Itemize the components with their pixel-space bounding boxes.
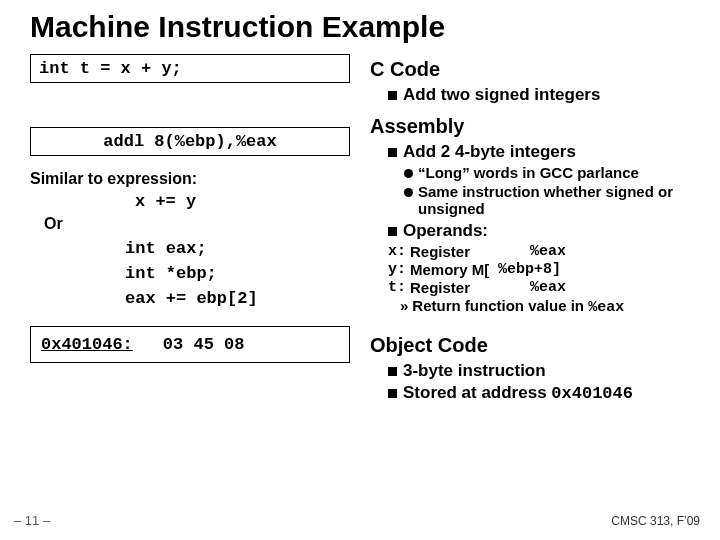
- square-bullet-icon: [388, 148, 397, 157]
- stmt-1: int eax;: [125, 239, 350, 258]
- square-bullet-icon: [388, 91, 397, 100]
- asm-code: addl 8(%ebp),%eax: [103, 132, 276, 151]
- op-t-lbl: t:: [388, 279, 410, 296]
- dot-bullet-icon: [404, 188, 413, 197]
- slide: Machine Instruction Example int t = x + …: [0, 0, 720, 540]
- op-x-val: %eax: [530, 243, 566, 260]
- stmt-3: eax += ebp[2]: [125, 289, 350, 308]
- operand-t: t: Register %eax: [388, 279, 690, 296]
- dot-bullet-icon: [404, 169, 413, 178]
- obj-bullet-2: Stored at address 0x401046: [388, 383, 690, 403]
- op-x-lbl: x:: [388, 243, 410, 260]
- return-reg: %eax: [588, 299, 624, 316]
- operand-x: x: Register %eax: [388, 243, 690, 260]
- asm-bullet-1: Add 2 4-byte integers: [388, 142, 690, 162]
- asm-bullet-2: Operands:: [388, 221, 690, 241]
- c-code-box: int t = x + y;: [30, 54, 350, 83]
- asm-sub-2-text: Same instruction whether signed or unsig…: [418, 183, 690, 217]
- square-bullet-icon: [388, 367, 397, 376]
- or-label: Or: [44, 215, 350, 233]
- op-t-val: %eax: [530, 279, 566, 296]
- asm-sub-2: Same instruction whether signed or unsig…: [404, 183, 690, 217]
- content-columns: int t = x + y; addl 8(%ebp),%eax Similar…: [30, 54, 690, 405]
- raquo-icon: »: [400, 297, 408, 314]
- obj-address: 0x401046:: [41, 335, 133, 354]
- c-code-bullet-1: Add two signed integers: [388, 85, 690, 105]
- expr: x += y: [135, 192, 350, 211]
- op-y-lbl: y:: [388, 261, 410, 278]
- asm-sub-1: “Long” words in GCC parlance: [404, 164, 690, 181]
- c-code-head: C Code: [370, 58, 690, 81]
- c-code-bullet-1-text: Add two signed integers: [403, 85, 600, 105]
- footer-text: CMSC 313, F’09: [611, 514, 700, 528]
- similar-label: Similar to expression:: [30, 170, 350, 188]
- asm-head: Assembly: [370, 115, 690, 138]
- stmt-2: int *ebp;: [125, 264, 350, 283]
- return-text: Return function value in %eax: [412, 297, 624, 316]
- page-number: – 11 –: [14, 513, 50, 528]
- asm-bullet-2-text: Operands:: [403, 221, 488, 241]
- slide-title: Machine Instruction Example: [30, 10, 690, 44]
- obj-head: Object Code: [370, 334, 690, 357]
- asm-code-box: addl 8(%ebp),%eax: [30, 127, 350, 156]
- right-column: C Code Add two signed integers Assembly …: [370, 54, 690, 405]
- obj-bullet-1: 3-byte instruction: [388, 361, 690, 381]
- op-t-desc: Register: [410, 279, 530, 296]
- object-code-box: 0x401046: 03 45 08: [30, 326, 350, 363]
- c-code: int t = x + y;: [39, 59, 182, 78]
- obj-addr-inline: 0x401046: [551, 384, 633, 403]
- asm-sub-1-text: “Long” words in GCC parlance: [418, 164, 639, 181]
- stmt-block: int eax; int *ebp; eax += ebp[2]: [125, 239, 350, 308]
- operand-y: y: Memory M[ %ebp+8]: [388, 261, 690, 278]
- obj-bullet-1-text: 3-byte instruction: [403, 361, 546, 381]
- return-note: » Return function value in %eax: [400, 297, 690, 316]
- square-bullet-icon: [388, 227, 397, 236]
- op-y-val: %ebp+8]: [498, 261, 561, 278]
- square-bullet-icon: [388, 389, 397, 398]
- op-x-desc: Register: [410, 243, 530, 260]
- left-column: int t = x + y; addl 8(%ebp),%eax Similar…: [30, 54, 350, 405]
- obj-bullet-2-text: Stored at address 0x401046: [403, 383, 633, 403]
- asm-bullet-1-text: Add 2 4-byte integers: [403, 142, 576, 162]
- obj-bytes: 03 45 08: [163, 335, 245, 354]
